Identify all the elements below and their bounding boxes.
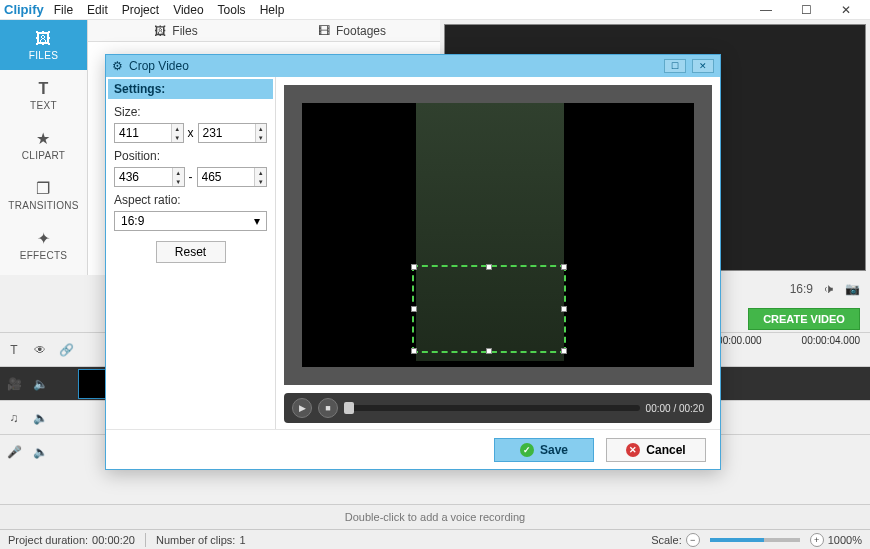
tab-label: Files: [172, 24, 197, 38]
menu-help[interactable]: Help: [260, 3, 285, 17]
chevron-down-icon[interactable]: ▼: [255, 177, 266, 186]
menu-project[interactable]: Project: [122, 3, 159, 17]
tool-files[interactable]: 🖼 FILES: [0, 20, 87, 70]
chevron-up-icon[interactable]: ▲: [256, 124, 266, 133]
chevron-up-icon[interactable]: ▲: [172, 124, 182, 133]
tool-clipart[interactable]: ★ CLIPART: [0, 120, 87, 170]
text-icon: T: [38, 80, 48, 98]
size-separator: x: [188, 126, 194, 140]
layers-icon: ❐: [36, 179, 50, 198]
preview-aspect-label[interactable]: 16:9: [790, 282, 813, 296]
menu-edit[interactable]: Edit: [87, 3, 108, 17]
crop-handle[interactable]: [411, 348, 417, 354]
check-icon: ✓: [520, 443, 534, 457]
tool-label: FILES: [29, 50, 58, 61]
position-separator: -: [189, 170, 193, 184]
zoom-out-button[interactable]: −: [686, 533, 700, 547]
crop-handle[interactable]: [486, 348, 492, 354]
camera-icon: 🎥: [6, 377, 22, 391]
chevron-down-icon[interactable]: ▼: [172, 133, 182, 142]
crop-canvas[interactable]: [284, 85, 712, 385]
snapshot-icon[interactable]: 📷: [845, 282, 860, 296]
visibility-icon[interactable]: 👁: [32, 343, 48, 357]
size-height-input[interactable]: [199, 124, 255, 142]
mute-icon[interactable]: 🔈: [32, 411, 48, 425]
crop-handle[interactable]: [561, 348, 567, 354]
crop-handle[interactable]: [486, 264, 492, 270]
titlebar: Clipify File Edit Project Video Tools He…: [0, 0, 870, 20]
dialog-maximize-button[interactable]: ☐: [664, 59, 686, 73]
seek-knob[interactable]: [344, 402, 354, 414]
zoom-in-button[interactable]: +: [810, 533, 824, 547]
tab-footages[interactable]: 🎞 Footages: [264, 24, 440, 38]
close-button[interactable]: ✕: [826, 1, 866, 19]
crop-handle[interactable]: [561, 306, 567, 312]
crop-handle[interactable]: [561, 264, 567, 270]
maximize-button[interactable]: ☐: [786, 1, 826, 19]
mute-icon[interactable]: 🔈: [32, 377, 48, 391]
menu-file[interactable]: File: [54, 3, 73, 17]
stop-button[interactable]: ■: [318, 398, 338, 418]
settings-panel: Settings: Size: ▲▼ x ▲▼ Position: ▲▼: [106, 77, 276, 429]
side-toolbar: 🖼 FILES T TEXT ★ CLIPART ❐ TRANSITIONS ✦…: [0, 20, 88, 275]
dialog-button-row: ✓ Save ✕ Cancel: [106, 429, 720, 469]
chevron-up-icon[interactable]: ▲: [255, 168, 266, 177]
size-width-stepper[interactable]: ▲▼: [114, 123, 184, 143]
cancel-button[interactable]: ✕ Cancel: [606, 438, 706, 462]
playback-bar: ▶ ■ 00:00 / 00:20: [284, 393, 712, 423]
tool-transitions[interactable]: ❐ TRANSITIONS: [0, 170, 87, 220]
menu-video[interactable]: Video: [173, 3, 203, 17]
star-icon: ★: [36, 129, 50, 148]
zoom-slider[interactable]: [710, 538, 800, 542]
save-button[interactable]: ✓ Save: [494, 438, 594, 462]
position-label: Position:: [108, 145, 273, 165]
crop-handle[interactable]: [411, 306, 417, 312]
tool-label: CLIPART: [22, 150, 65, 161]
wand-icon: ✦: [37, 229, 50, 248]
aspect-ratio-select[interactable]: 16:9 ▾: [114, 211, 267, 231]
text-icon: T: [6, 343, 22, 357]
mute-icon[interactable]: 🔈: [32, 445, 48, 459]
position-x-input[interactable]: [115, 168, 172, 186]
crop-handle[interactable]: [411, 264, 417, 270]
chevron-down-icon: ▾: [254, 214, 260, 228]
seek-slider[interactable]: [344, 405, 640, 411]
volume-icon[interactable]: 🕩: [823, 282, 835, 296]
close-icon: ✕: [626, 443, 640, 457]
position-x-stepper[interactable]: ▲▼: [114, 167, 185, 187]
link-icon[interactable]: 🔗: [58, 343, 74, 357]
crop-rectangle[interactable]: [412, 265, 566, 353]
tool-label: TEXT: [30, 100, 57, 111]
voice-track-hint[interactable]: Double-click to add a voice recording: [0, 504, 870, 529]
chevron-up-icon[interactable]: ▲: [173, 168, 184, 177]
music-icon: ♫: [6, 411, 22, 425]
status-clips-label: Number of clips:: [156, 534, 235, 546]
film-icon: 🎞: [318, 24, 330, 38]
tab-files[interactable]: 🖼 Files: [88, 24, 264, 38]
size-height-stepper[interactable]: ▲▼: [198, 123, 268, 143]
aspect-label: Aspect ratio:: [108, 189, 273, 209]
reset-button[interactable]: Reset: [156, 241, 226, 263]
play-button[interactable]: ▶: [292, 398, 312, 418]
tool-label: TRANSITIONS: [8, 200, 79, 211]
minimize-button[interactable]: —: [746, 1, 786, 19]
status-scale-value: 1000%: [828, 534, 862, 546]
chevron-down-icon[interactable]: ▼: [173, 177, 184, 186]
status-duration-label: Project duration:: [8, 534, 88, 546]
menu-tools[interactable]: Tools: [218, 3, 246, 17]
tool-text[interactable]: T TEXT: [0, 70, 87, 120]
image-icon: 🖼: [35, 30, 51, 48]
size-width-input[interactable]: [115, 124, 171, 142]
main-menu: File Edit Project Video Tools Help: [54, 3, 285, 17]
create-video-button[interactable]: CREATE VIDEO: [748, 308, 860, 330]
playback-time: 00:00 / 00:20: [646, 403, 704, 414]
tool-label: EFFECTS: [20, 250, 68, 261]
dialog-close-button[interactable]: ✕: [692, 59, 714, 73]
tool-effects[interactable]: ✦ EFFECTS: [0, 220, 87, 270]
chevron-down-icon[interactable]: ▼: [256, 133, 266, 142]
statusbar: Project duration: 00:00:20 Number of cli…: [0, 529, 870, 549]
status-clips-value: 1: [239, 534, 245, 546]
position-y-input[interactable]: [198, 168, 255, 186]
position-y-stepper[interactable]: ▲▼: [197, 167, 268, 187]
dialog-titlebar[interactable]: ⚙ Crop Video ☐ ✕: [106, 55, 720, 77]
